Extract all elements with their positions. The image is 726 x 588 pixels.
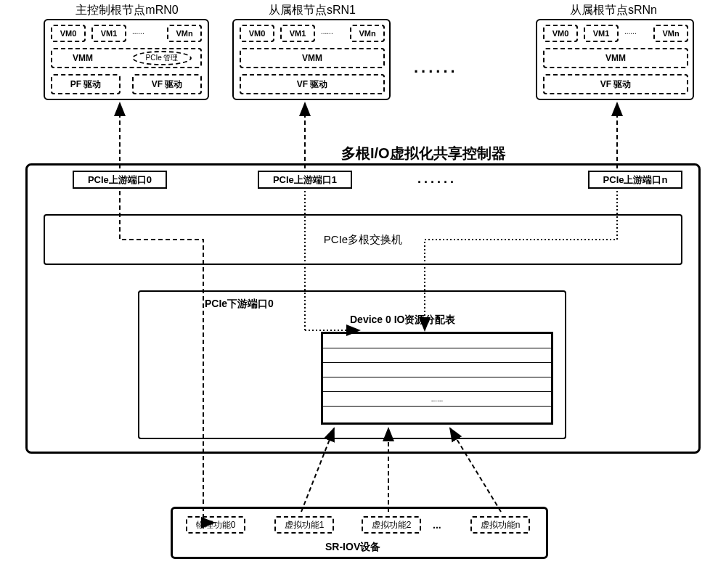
downstream-port-box: PCIe下游端口0 Device 0 IO资源分配表 ......: [138, 290, 566, 439]
dots-icon: ......: [624, 28, 637, 36]
vf-driver-box: VF 驱动: [132, 74, 202, 94]
dots-between-nodes: ......: [414, 58, 458, 77]
upstream-port-0: PCIe上游端口0: [73, 171, 167, 189]
dots-ports: ......: [417, 171, 457, 187]
slaven-node-title: 从属根节点sRNn: [541, 3, 686, 18]
table-row: [323, 334, 551, 348]
resource-table: ......: [321, 332, 553, 425]
slave1-node-title: 从属根节点sRN1: [240, 3, 385, 18]
table-row: [323, 348, 551, 363]
physical-func-box: 物理功能0: [186, 516, 245, 534]
pcie-switch-box: PCIe多根交换机: [44, 214, 682, 265]
pf-driver-box: PF 驱动: [51, 74, 121, 94]
upstream-port-1: PCIe上游端口1: [258, 171, 352, 189]
resource-table-title: Device 0 IO资源分配表: [350, 314, 456, 327]
master-node-box: VM0 VM1 VMn ...... VMM PCIe 管理 PF 驱动 VF …: [44, 19, 209, 100]
virtual-func-box: 虚拟功能1: [274, 516, 334, 534]
vmm-label: VMM: [73, 53, 93, 63]
upstream-port-n: PCIe上游端口n: [588, 171, 682, 189]
dots-icon: ......: [132, 28, 144, 36]
dots-icon: ......: [321, 28, 333, 36]
controller-title: 多根I/O虚拟化共享控制器: [341, 144, 506, 163]
vm-box: VM1: [91, 25, 126, 42]
vmm-box: VMM: [543, 48, 688, 68]
vm-box: VM0: [51, 25, 86, 42]
vm-box: VM1: [280, 25, 315, 42]
vm-box: VM0: [240, 25, 274, 42]
vm-box: VM1: [584, 25, 619, 42]
vm-box: VMn: [653, 25, 688, 42]
table-row: [323, 407, 551, 421]
slave1-node-box: VM0 VM1 VMn ...... VMM VF 驱动: [232, 19, 391, 100]
table-row: [323, 363, 551, 377]
vm-box: VMn: [350, 25, 385, 42]
table-row: ......: [323, 392, 551, 407]
virtual-func-box: 虚拟功能2: [362, 516, 421, 534]
master-node-title: 主控制根节点mRN0: [54, 3, 200, 18]
table-row: [323, 377, 551, 392]
vf-driver-box: VF 驱动: [240, 74, 385, 94]
downstream-port-title: PCIe下游端口0: [205, 298, 274, 311]
dots-icon: ...: [433, 519, 441, 531]
slaven-node-box: VM0 VM1 VMn ...... VMM VF 驱动: [536, 19, 694, 100]
vf-driver-box: VF 驱动: [543, 74, 688, 94]
pcie-mgmt-ellipse: PCIe 管理: [132, 51, 192, 65]
vm-box: VM0: [543, 25, 578, 42]
sriov-title: SR-IOV设备: [325, 541, 380, 554]
virtual-func-box: 虚拟功能n: [470, 516, 530, 534]
vmm-box: VMM: [240, 48, 385, 68]
sriov-box: 物理功能0 虚拟功能1 虚拟功能2 ... 虚拟功能n SR-IOV设备: [171, 507, 548, 559]
vm-box: VMn: [167, 25, 202, 42]
